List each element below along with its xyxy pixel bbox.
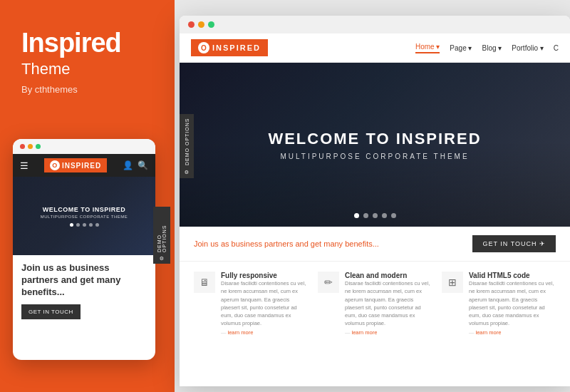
feature-responsive-desc: Disarae facilidti contentiones cu vel, n… [221, 279, 308, 328]
feature-html5-header: ⊞ Valid HTML5 code Disarae facilidti con… [442, 272, 556, 336]
demo-options-mobile-label: DEMO OPTIONS [157, 210, 167, 252]
desktop-hero-dot-5 [391, 213, 396, 218]
user-icon: 👤 [123, 160, 133, 170]
feature-responsive-header: 🖥 Fully responsive Disarae facilidti con… [194, 272, 308, 336]
feature-responsive-link[interactable]: learn more [221, 329, 308, 336]
responsive-icon: 🖥 [194, 272, 215, 293]
mobile-join-text: Join us as business partners and get man… [21, 262, 147, 299]
desktop-titlebar [180, 16, 570, 33]
hero-dot-2 [76, 223, 80, 227]
desktop-logo-text: INSPIRED [212, 43, 261, 52]
desktop-hero-subtitle: MULTIPURPOSE CORPORATE THEME [280, 153, 469, 160]
desktop-hero: WELCOME TO INSPIRED MULTIPURPOSE CORPORA… [180, 63, 570, 227]
desktop-mockup: O INSPIRED Home ▾ Page ▾ Blog ▾ Portfoli… [180, 16, 570, 386]
brand-subtitle: Theme [21, 60, 153, 78]
mobile-hero-title: WELCOME TO INSPIRED [43, 206, 125, 213]
desktop-nav-links: Home ▾ Page ▾ Blog ▾ Portfolio ▾ C [415, 43, 559, 53]
demo-options-desktop-tab[interactable]: ⚙ DEMO OPTIONS [180, 114, 194, 178]
nav-link-blog[interactable]: Blog ▾ [482, 44, 502, 52]
demo-options-desktop-label: DEMO OPTIONS [185, 118, 190, 165]
mobile-logo-icon: O [50, 160, 60, 170]
desktop-browser-content: O INSPIRED Home ▾ Page ▾ Blog ▾ Portfoli… [180, 33, 570, 346]
mobile-mockup: ☰ O INSPIRED 👤 🔍 WELCOME TO INSPIRED MUL… [13, 139, 155, 360]
feature-responsive: 🖥 Fully responsive Disarae facilidti con… [194, 272, 308, 336]
mobile-titlebar [13, 139, 155, 154]
feature-modern: ✏ Clean and modern Disarae facilidti con… [318, 272, 432, 336]
feature-html5-link[interactable]: learn more [469, 329, 556, 336]
feature-modern-header: ✏ Clean and modern Disarae facilidti con… [318, 272, 432, 336]
desktop-dot-yellow [198, 21, 204, 28]
nav-link-home[interactable]: Home ▾ [415, 43, 440, 53]
features-section: 🖥 Fully responsive Disarae facilidti con… [180, 262, 570, 346]
brand-title: Inspired [21, 29, 153, 58]
desktop-hero-dot-1 [354, 213, 359, 218]
brand-author: By cththemes [21, 84, 153, 95]
nav-link-page[interactable]: Page ▾ [450, 44, 472, 52]
desktop-hero-title: WELCOME TO INSPIRED [268, 130, 481, 148]
desktop-logo-icon: O [198, 42, 209, 53]
settings-icon: ⚙ [159, 254, 165, 261]
feature-html5-title: Valid HTML5 code [469, 272, 556, 279]
nav-link-portfolio[interactable]: Portfolio ▾ [512, 44, 543, 52]
mobile-nav: ☰ O INSPIRED 👤 🔍 [13, 154, 155, 177]
desktop-hero-dots [354, 213, 396, 218]
desktop-hero-dot-3 [373, 213, 378, 218]
feature-modern-link[interactable]: learn more [345, 329, 432, 336]
mobile-nav-icons: 👤 🔍 [123, 160, 148, 170]
settings-desktop-icon: ⚙ [184, 168, 190, 175]
mobile-hero-dots [70, 223, 99, 227]
feature-modern-desc: Disarae facilidti contentiones cu vel, n… [345, 279, 432, 328]
search-icon: 🔍 [138, 160, 148, 170]
hero-dot-4 [89, 223, 93, 227]
feature-html5: ⊞ Valid HTML5 code Disarae facilidti con… [442, 272, 556, 336]
mobile-dot-yellow [28, 144, 33, 149]
mobile-logo-text: INSPIRED [62, 162, 101, 170]
modern-icon: ✏ [318, 272, 339, 293]
mobile-hero-subtitle: MULTIPURPOSE CORPORATE THEME [41, 215, 128, 219]
mobile-cta-button[interactable]: GET IN TOUCH [21, 304, 81, 319]
mobile-dot-green [36, 144, 41, 149]
cta-button[interactable]: GET IN TOUCH ✈ [472, 235, 556, 252]
feature-modern-title: Clean and modern [345, 272, 432, 279]
nav-link-more[interactable]: C [554, 44, 559, 52]
left-panel: Inspired Theme By cththemes ☰ O INSPIRED… [0, 0, 175, 392]
desktop-cta-section: Join us as business partners and get man… [180, 227, 570, 262]
hamburger-icon: ☰ [20, 160, 28, 171]
desktop-logo: O INSPIRED [191, 39, 268, 56]
mobile-logo: O INSPIRED [44, 158, 107, 172]
desktop-dot-green [208, 21, 214, 28]
hero-dot-1 [70, 223, 73, 227]
feature-responsive-title: Fully responsive [221, 272, 308, 279]
hero-dot-5 [95, 223, 99, 227]
desktop-hero-dot-4 [382, 213, 387, 218]
desktop-hero-dot-2 [363, 213, 368, 218]
mobile-hero: WELCOME TO INSPIRED MULTIPURPOSE CORPORA… [13, 177, 155, 255]
html5-icon: ⊞ [442, 272, 463, 293]
cta-text: Join us as business partners and get man… [194, 239, 379, 248]
desktop-nav: O INSPIRED Home ▾ Page ▾ Blog ▾ Portfoli… [180, 33, 570, 63]
hero-dot-3 [83, 223, 86, 227]
mobile-content: Join us as business partners and get man… [13, 255, 155, 326]
desktop-dot-red [188, 21, 195, 28]
mobile-dot-red [20, 144, 25, 149]
demo-options-mobile-tab[interactable]: ⚙ DEMO OPTIONS [153, 207, 170, 264]
feature-html5-desc: Disarae facilidti contentiones cu vel, n… [469, 279, 556, 328]
